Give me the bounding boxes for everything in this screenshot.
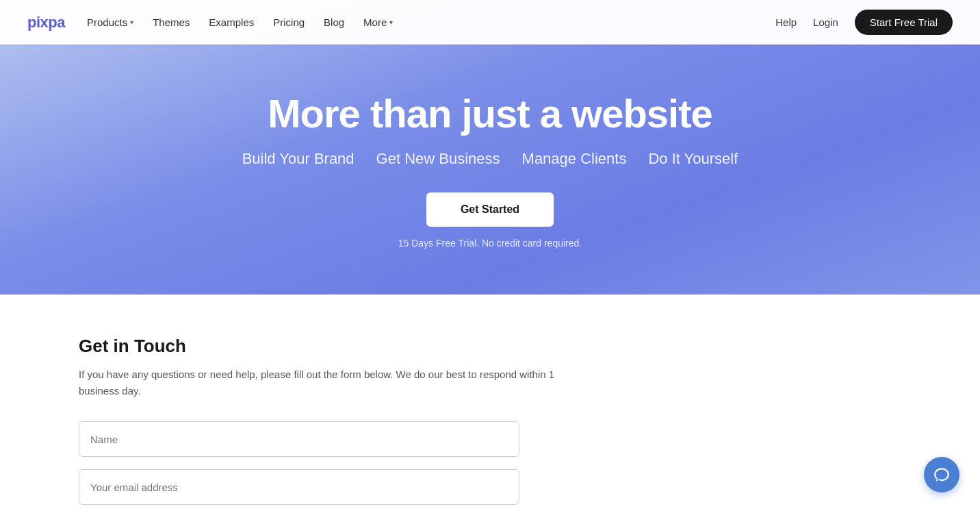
nav-item-themes[interactable]: Themes (153, 16, 190, 28)
email-input[interactable] (79, 469, 519, 505)
get-started-button[interactable]: Get Started (426, 192, 554, 227)
start-free-trial-button[interactable]: Start Free Trial (855, 10, 953, 35)
nav-item-products[interactable]: Products ▾ (87, 16, 133, 28)
chat-icon (933, 466, 951, 484)
navbar-right: Help Login Start Free Trial (775, 10, 953, 35)
nav-item-blog[interactable]: Blog (324, 16, 344, 28)
nav-item-pricing[interactable]: Pricing (273, 16, 305, 28)
form-title: Get in Touch (79, 336, 589, 357)
hero-note: 15 Days Free Trial. No credit card requi… (398, 238, 582, 249)
name-input[interactable] (79, 421, 519, 457)
hero-subtitle: Build Your Brand Get New Business Manage… (242, 150, 738, 168)
hero-subtitle-item-4: Do It Yourself (648, 150, 738, 168)
nav-links: Products ▾ Themes Examples Pricing Blog … (87, 16, 393, 28)
chevron-down-icon: ▾ (389, 18, 393, 26)
chat-button[interactable] (924, 457, 959, 492)
nav-right-links: Help Login (775, 16, 838, 28)
hero-subtitle-item-3: Manage Clients (522, 150, 627, 168)
help-link[interactable]: Help (775, 16, 797, 28)
logo[interactable]: pixpa (27, 14, 65, 32)
login-link[interactable]: Login (813, 16, 838, 28)
navbar: pixpa Products ▾ Themes Examples Pricing… (0, 0, 980, 45)
nav-item-more[interactable]: More ▾ (363, 16, 393, 28)
name-field-group (79, 421, 589, 457)
navbar-left: pixpa Products ▾ Themes Examples Pricing… (27, 14, 393, 32)
hero-subtitle-item-1: Build Your Brand (242, 150, 354, 168)
nav-item-examples[interactable]: Examples (209, 16, 254, 28)
hero-subtitle-item-2: Get New Business (376, 150, 500, 168)
form-description: If you have any questions or need help, … (79, 366, 589, 399)
contact-form-section: Get in Touch If you have any questions o… (0, 295, 616, 513)
email-field-group (79, 469, 589, 505)
chevron-down-icon: ▾ (130, 18, 133, 26)
hero-title: More than just a website (268, 90, 712, 136)
